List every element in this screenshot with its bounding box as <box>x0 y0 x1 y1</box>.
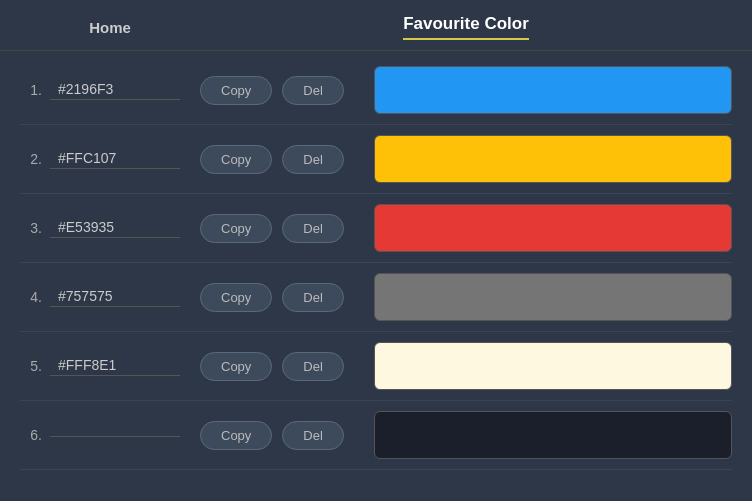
app-header: Home Favourite Color <box>0 0 752 51</box>
table-row: 1. #2196F3 Copy Del <box>20 56 732 125</box>
color-hex-value: #757575 <box>50 288 180 307</box>
color-hex-value: #2196F3 <box>50 81 180 100</box>
table-row: 6. Copy Del <box>20 401 732 470</box>
row-buttons: Copy Del <box>200 352 344 381</box>
table-row: 4. #757575 Copy Del <box>20 263 732 332</box>
del-button[interactable]: Del <box>282 76 344 105</box>
color-list: 1. #2196F3 Copy Del 2. #FFC107 Copy Del … <box>0 51 752 501</box>
color-hex-value: #FFC107 <box>50 150 180 169</box>
copy-button[interactable]: Copy <box>200 214 272 243</box>
del-button[interactable]: Del <box>282 421 344 450</box>
del-button[interactable]: Del <box>282 283 344 312</box>
del-button[interactable]: Del <box>282 145 344 174</box>
color-swatch <box>374 273 732 321</box>
color-swatch <box>374 66 732 114</box>
table-row: 2. #FFC107 Copy Del <box>20 125 732 194</box>
row-buttons: Copy Del <box>200 214 344 243</box>
row-buttons: Copy Del <box>200 76 344 105</box>
color-swatch <box>374 342 732 390</box>
row-number: 5. <box>20 358 50 374</box>
home-link[interactable]: Home <box>20 19 200 36</box>
table-row: 3. #E53935 Copy Del <box>20 194 732 263</box>
page-title: Favourite Color <box>403 14 529 40</box>
color-hex-value: #E53935 <box>50 219 180 238</box>
row-number: 6. <box>20 427 50 443</box>
color-swatch <box>374 411 732 459</box>
row-buttons: Copy Del <box>200 145 344 174</box>
row-number: 2. <box>20 151 50 167</box>
copy-button[interactable]: Copy <box>200 145 272 174</box>
color-swatch <box>374 135 732 183</box>
row-buttons: Copy Del <box>200 421 344 450</box>
del-button[interactable]: Del <box>282 352 344 381</box>
copy-button[interactable]: Copy <box>200 283 272 312</box>
copy-button[interactable]: Copy <box>200 421 272 450</box>
copy-button[interactable]: Copy <box>200 352 272 381</box>
del-button[interactable]: Del <box>282 214 344 243</box>
row-number: 3. <box>20 220 50 236</box>
color-swatch <box>374 204 732 252</box>
color-hex-value: #FFF8E1 <box>50 357 180 376</box>
row-buttons: Copy Del <box>200 283 344 312</box>
title-wrapper: Favourite Color <box>200 14 732 40</box>
color-hex-value <box>50 434 180 437</box>
row-number: 1. <box>20 82 50 98</box>
copy-button[interactable]: Copy <box>200 76 272 105</box>
row-number: 4. <box>20 289 50 305</box>
table-row: 5. #FFF8E1 Copy Del <box>20 332 732 401</box>
